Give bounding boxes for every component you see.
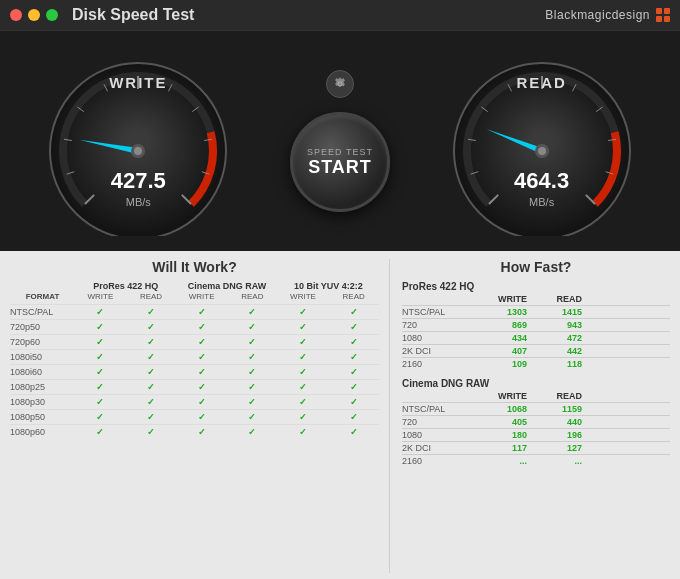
brand-icon [656, 8, 670, 22]
wiw-format-cell: 1080i60 [10, 367, 75, 377]
wiw-row: NTSC/PAL✓✓✓✓✓✓ [10, 304, 379, 319]
wiw-format-cell: 1080p30 [10, 397, 75, 407]
hf-row: 1080180196 [402, 428, 670, 441]
hf-format: NTSC/PAL [402, 404, 472, 414]
wiw-format-cell: 1080i50 [10, 352, 75, 362]
wiw-check: ✓ [126, 412, 177, 422]
hf-content: ProRes 422 HQWRITEREADNTSC/PAL1303141572… [402, 281, 670, 467]
wiw-row: 1080p50✓✓✓✓✓✓ [10, 409, 379, 424]
maximize-button[interactable] [46, 9, 58, 21]
hf-format: 1080 [402, 430, 472, 440]
hf-row: 720869943 [402, 318, 670, 331]
wiw-check: ✓ [278, 382, 329, 392]
hf-row: NTSC/PAL13031415 [402, 305, 670, 318]
wiw-format-cell: 720p60 [10, 337, 75, 347]
hf-format: NTSC/PAL [402, 307, 472, 317]
title-bar: Disk Speed Test Blackmagicdesign [0, 0, 680, 31]
hf-row: 1080434472 [402, 331, 670, 344]
start-area: SPEED TEST START [290, 70, 390, 212]
wiw-check: ✓ [126, 352, 177, 362]
wiw-check: ✓ [227, 322, 278, 332]
wiw-row: 720p60✓✓✓✓✓✓ [10, 334, 379, 349]
hf-write-val: ... [472, 456, 527, 466]
hf-format: 2160 [402, 359, 472, 369]
hf-format: 2K DCI [402, 346, 472, 356]
hf-read-val: 196 [527, 430, 582, 440]
wiw-check: ✓ [75, 322, 126, 332]
wiw-format-cell: 720p50 [10, 322, 75, 332]
wiw-check: ✓ [176, 382, 227, 392]
wiw-check: ✓ [176, 352, 227, 362]
start-button[interactable]: SPEED TEST START [290, 112, 390, 212]
wiw-check: ✓ [227, 427, 278, 437]
hf-section-title: Cinema DNG RAW [402, 378, 670, 389]
hf-write-val: 434 [472, 333, 527, 343]
hf-row: 2K DCI117127 [402, 441, 670, 454]
hf-write-val: 407 [472, 346, 527, 356]
wiw-check: ✓ [126, 427, 177, 437]
hf-row: NTSC/PAL10681159 [402, 402, 670, 415]
wiw-check: ✓ [75, 352, 126, 362]
wiw-check: ✓ [278, 367, 329, 377]
hf-format: 2160 [402, 456, 472, 466]
hf-write-val: 1303 [472, 307, 527, 317]
wiw-check: ✓ [126, 322, 177, 332]
wiw-check: ✓ [227, 382, 278, 392]
wiw-check: ✓ [176, 427, 227, 437]
wiw-check: ✓ [328, 307, 379, 317]
hf-header: WRITEREAD [402, 294, 670, 304]
wiw-row: 1080p60✓✓✓✓✓✓ [10, 424, 379, 439]
wiw-check: ✓ [75, 307, 126, 317]
hf-read-val: 1159 [527, 404, 582, 414]
wiw-format-cell: 1080p25 [10, 382, 75, 392]
settings-button[interactable] [326, 70, 354, 98]
wiw-check: ✓ [75, 337, 126, 347]
hf-format: 720 [402, 417, 472, 427]
write-gauge-container: WRITE 427.5 MB/s [43, 46, 233, 236]
wiw-check: ✓ [75, 427, 126, 437]
wiw-check: ✓ [176, 412, 227, 422]
hf-read-val: 118 [527, 359, 582, 369]
wiw-format-label: FORMAT [10, 292, 75, 301]
read-gauge-label: READ [447, 74, 637, 91]
wiw-row: 1080i60✓✓✓✓✓✓ [10, 364, 379, 379]
brand-logo: Blackmagicdesign [545, 8, 670, 22]
wiw-check: ✓ [176, 397, 227, 407]
wiw-check: ✓ [75, 412, 126, 422]
hf-header: WRITEREAD [402, 391, 670, 401]
wiw-check: ✓ [328, 322, 379, 332]
wiw-check: ✓ [328, 367, 379, 377]
hf-read-val: ... [527, 456, 582, 466]
wiw-check: ✓ [176, 337, 227, 347]
wiw-check: ✓ [278, 397, 329, 407]
wiw-header-dng: Cinema DNG RAW [176, 281, 277, 291]
hf-row: 2160109118 [402, 357, 670, 370]
wiw-check: ✓ [328, 397, 379, 407]
wiw-check: ✓ [126, 367, 177, 377]
wiw-check: ✓ [278, 427, 329, 437]
wiw-check: ✓ [328, 352, 379, 362]
how-fast-title: How Fast? [402, 259, 670, 275]
wiw-format-cell: 1080p60 [10, 427, 75, 437]
wiw-header-yuv: 10 Bit YUV 4:2:2 [278, 281, 379, 291]
wiw-check: ✓ [328, 382, 379, 392]
wiw-col-headers: FORMAT WRITEREAD WRITEREAD WRITEREAD [10, 292, 379, 301]
wiw-check: ✓ [328, 427, 379, 437]
wiw-check: ✓ [75, 397, 126, 407]
how-fast-section: How Fast? ProRes 422 HQWRITEREADNTSC/PAL… [390, 259, 670, 573]
gauge-area: WRITE 427.5 MB/s SPEED TEST START READ 4… [0, 31, 680, 251]
read-gauge-container: READ 464.3 MB/s [447, 46, 637, 236]
close-button[interactable] [10, 9, 22, 21]
write-gauge-unit: MB/s [43, 196, 233, 208]
wiw-check: ✓ [278, 412, 329, 422]
hf-write-val: 869 [472, 320, 527, 330]
hf-format: 1080 [402, 333, 472, 343]
start-label-top: SPEED TEST [307, 147, 373, 157]
hf-read-val: 442 [527, 346, 582, 356]
wiw-check: ✓ [126, 397, 177, 407]
minimize-button[interactable] [28, 9, 40, 21]
hf-row: 2K DCI407442 [402, 344, 670, 357]
read-gauge-unit: MB/s [447, 196, 637, 208]
hf-write-val: 109 [472, 359, 527, 369]
hf-section: ProRes 422 HQWRITEREADNTSC/PAL1303141572… [402, 281, 670, 370]
